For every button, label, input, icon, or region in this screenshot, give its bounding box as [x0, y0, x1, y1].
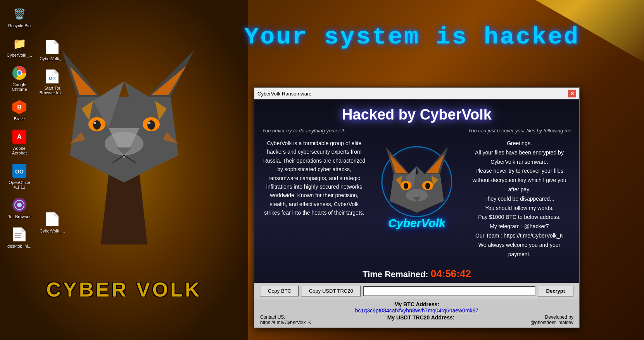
usdt-label: My USDT TRC20 Address: [387, 314, 455, 325]
svg-point-58 [404, 183, 408, 189]
decrypt-key-input[interactable] [363, 286, 535, 296]
brave-img: B [12, 99, 27, 115]
copy-btc-button[interactable]: Copy BTC [260, 285, 299, 297]
start-tor-icon[interactable]: LNK Start Tor Browser.Ink... [37, 66, 68, 97]
svg-point-14 [148, 122, 150, 124]
left-description: CyberVolk is a formidable group of elite… [262, 139, 366, 217]
desktop-ini-img [12, 227, 27, 242]
openoffice-img: OO [12, 163, 27, 179]
right-greetings: Greetings. [467, 139, 571, 148]
contact-section: Contact US: https://t.me/CyberVolk_K My … [260, 314, 573, 325]
window-subtitles: You never try to do anything yourself. Y… [254, 126, 579, 135]
svg-point-59 [425, 183, 430, 189]
cybervolk-folder-icon[interactable]: 📁 CyberVolk_... [4, 33, 35, 60]
svg-text:B: B [17, 104, 22, 111]
right-encrypted: All your files have been encrypted by Cy… [467, 148, 571, 167]
desktop-ini-icon[interactable]: desktop.ini... [4, 224, 35, 251]
cybervolk-file1-label: CyberVolk_... [40, 56, 65, 61]
svg-marker-5 [151, 66, 186, 95]
right-pay: Pay $1000 BTC to below address. [467, 213, 571, 222]
window-main-header: Hacked by CyberVolk [254, 99, 579, 126]
copy-usdt-button[interactable]: Copy USDT TRC20 [301, 285, 361, 297]
window-titlebar: CyberVolk Ransomware ✕ [254, 88, 579, 99]
brave-desktop-icon[interactable]: B Brave [4, 97, 35, 123]
svg-marker-36 [22, 227, 26, 231]
chrome-img [12, 65, 27, 81]
btc-address: bc1q3c9pt084cafxfvyhn8wvh7mq04rq6naew0mk… [260, 307, 573, 314]
cybervolk-file2-icon[interactable]: CyberVolk_... [37, 209, 68, 236]
svg-marker-46 [55, 212, 59, 216]
svg-marker-0 [101, 175, 147, 245]
right-welcome: We always welcome you and your payment. [467, 241, 571, 259]
start-tor-label: Start Tor Browser.Ink... [39, 86, 66, 95]
content-area: CyberVolk is a formidable group of elite… [254, 135, 579, 265]
contact-label: Contact US: [260, 314, 285, 320]
right-panel: Greetings. All your files have been encr… [463, 135, 575, 265]
right-disappeared: They could be disappeared... [467, 194, 571, 204]
chrome-desktop-icon[interactable]: Google Chrome [4, 63, 35, 94]
recycle-bin-label: Recycle Bin [8, 23, 31, 28]
svg-rect-37 [15, 233, 22, 234]
svg-marker-41 [55, 40, 59, 44]
svg-rect-38 [15, 235, 21, 236]
timer-bar: Time Remained: 04:56:42 [254, 265, 579, 283]
hacked-title: Your system is hacked [229, 23, 644, 51]
tor-browser-desktop-icon[interactable]: Tor Browser [4, 195, 35, 221]
btc-address-section: My BTC Address: bc1q3c9pt084cafxfvyhn8wv… [260, 301, 573, 314]
cybervolk-file2-label: CyberVolk_... [40, 229, 65, 233]
openoffice-desktop-icon[interactable]: OO OpenOffice 4.1.11 [4, 161, 35, 192]
btc-label: My BTC Address: [260, 301, 573, 307]
svg-point-11 [93, 120, 101, 130]
timer-value: 04:56:42 [431, 268, 471, 279]
svg-point-34 [17, 203, 22, 207]
tor-browser-label: Tor Browser [8, 214, 31, 219]
svg-point-25 [17, 71, 21, 75]
cybervolk-folder-img: 📁 [12, 36, 27, 51]
svg-point-13 [94, 122, 96, 124]
tor-browser-img [12, 197, 27, 213]
svg-point-22 [105, 132, 143, 155]
adobe-img: A [12, 129, 27, 144]
wolf-small-illustration [378, 135, 456, 220]
subtitle-right: You can just recover your files by follo… [468, 128, 571, 134]
recycle-bin-icon[interactable]: 🗑️ Recycle Bin [4, 4, 35, 30]
window-body: Hacked by CyberVolk You never try to do … [254, 99, 579, 328]
right-telegram: My telegram : @hacker7 [467, 222, 571, 231]
start-tor-img: LNK [45, 69, 60, 84]
cybervolk-file1-img [45, 39, 60, 55]
cyber-volk-text: CYBER VOLK [47, 278, 202, 301]
svg-rect-39 [15, 237, 21, 238]
svg-point-61 [406, 189, 428, 201]
developed-by-label: Developed by [545, 314, 573, 320]
chrome-label: Google Chrome [6, 82, 33, 92]
cybervolk-file1-icon[interactable]: CyberVolk_... [37, 37, 68, 63]
desktop-icons-col2: CyberVolk_... LNK Start Tor Browser.Ink.… [33, 0, 68, 239]
window-title: CyberVolk Ransomware [257, 91, 311, 97]
window-close-button[interactable]: ✕ [568, 90, 576, 97]
right-follow: You should follow my words. [467, 204, 571, 213]
ransomware-window: CyberVolk Ransomware ✕ Hacked by CyberVo… [254, 87, 580, 328]
right-no-recover: Please never try to recover your files w… [467, 167, 571, 194]
bottom-info: My BTC Address: bc1q3c9pt084cafxfvyhn8wv… [254, 299, 579, 328]
subtitle-left: You never try to do anything yourself. [262, 128, 345, 134]
right-team: Our Team : https://t.me/CyberVolk_K [467, 231, 571, 241]
openoffice-label: OpenOffice 4.1.11 [6, 180, 33, 189]
left-panel: CyberVolk is a formidable group of elite… [258, 135, 370, 265]
decrypt-button[interactable]: Decrypt [538, 285, 573, 297]
desktop-ini-label: desktop.ini... [7, 244, 31, 248]
brave-label: Brave [14, 116, 25, 121]
developed-by-section: Developed by @ghostdeer_maldev [530, 314, 573, 325]
timer-label: Time Remained: [363, 269, 428, 279]
svg-point-12 [147, 120, 155, 130]
cybervolk-file2-img [45, 212, 60, 227]
contact-link: https://t.me/CyberVolk_K [260, 320, 311, 325]
contact-us: Contact US: https://t.me/CyberVolk_K [260, 314, 311, 325]
adobe-label: Adobe Acrobat [6, 146, 33, 155]
recycle-bin-img: 🗑️ [12, 6, 27, 22]
adobe-desktop-icon[interactable]: A Adobe Acrobat [4, 127, 35, 158]
svg-text:OO: OO [15, 168, 24, 175]
desktop: CYBER VOLK Your system is hacked 🗑️ Recy… [0, 0, 644, 340]
button-bar: Copy BTC Copy USDT TRC20 Decrypt [254, 283, 579, 299]
svg-text:A: A [17, 133, 22, 141]
wolf-center: CyberVolk [374, 135, 459, 265]
